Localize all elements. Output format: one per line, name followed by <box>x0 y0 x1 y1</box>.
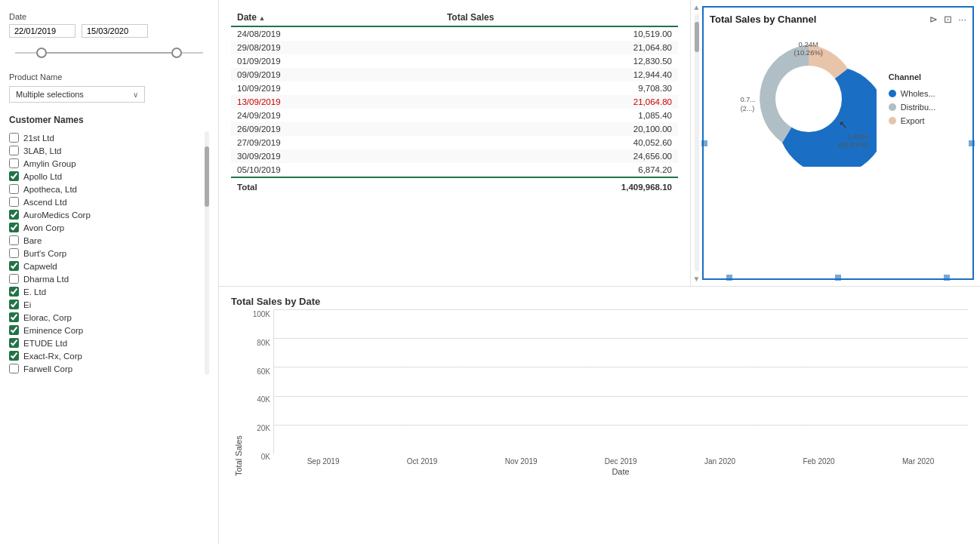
customer-name: Avon Corp <box>23 223 64 232</box>
resize-handle-bottom-left[interactable] <box>726 275 732 281</box>
product-dropdown[interactable]: Multiple selections ∨ <box>9 86 145 103</box>
filter-icon[interactable]: ⊳ <box>929 14 938 25</box>
cursor-indicator: ↖ <box>839 118 848 131</box>
list-item: 21st Ltd <box>9 131 202 144</box>
customer-checkbox[interactable] <box>9 364 19 373</box>
chevron-down-icon: ∨ <box>133 91 138 99</box>
bars-row <box>274 310 968 454</box>
table-cell-date: 13/09/2019 <box>231 95 441 109</box>
table-cell-date: 30/09/2019 <box>231 149 441 163</box>
date-filter-section: Date <box>9 12 209 63</box>
legend-label-wholesale: Wholes... <box>901 89 935 98</box>
sidebar-scrollbar[interactable] <box>205 131 209 375</box>
customer-scrollable-area: 21st Ltd3LAB, LtdAmylin GroupApollo LtdA… <box>9 131 209 375</box>
list-item: Dharma Ltd <box>9 272 202 285</box>
table-row: 13/09/201921,064.80 <box>231 95 678 109</box>
col-sales-header[interactable]: Total Sales <box>441 9 678 26</box>
customer-checkbox[interactable] <box>9 184 19 194</box>
resize-handle-left-mid[interactable] <box>701 140 707 146</box>
list-item: Bare <box>9 234 202 247</box>
customer-checkbox[interactable] <box>9 338 19 348</box>
table-cell-date: 24/09/2019 <box>231 109 441 122</box>
customer-name: Farwell Corp <box>23 364 72 373</box>
x-axis-label: Sep 2019 <box>307 457 340 466</box>
customer-name: Exact-Rx, Corp <box>23 352 82 361</box>
list-item: Ei <box>9 298 202 311</box>
customer-checkbox[interactable] <box>9 312 19 322</box>
list-item: Apollo Ltd <box>9 170 202 183</box>
customer-name: Elorac, Corp <box>23 313 72 322</box>
legend-item-wholesale: Wholes... <box>889 89 935 98</box>
customer-checkbox[interactable] <box>9 248 19 258</box>
customer-checkbox[interactable] <box>9 300 19 309</box>
table-row: 24/08/201910,519.00 <box>231 26 678 41</box>
slider-thumb-right[interactable] <box>171 48 182 58</box>
list-item: Farwell Corp <box>9 362 202 375</box>
customer-checkbox[interactable] <box>9 351 19 361</box>
customer-checkbox[interactable] <box>9 158 19 168</box>
table-cell-sales: 40,052.60 <box>441 136 678 149</box>
table-row: 09/09/201912,944.40 <box>231 68 678 81</box>
customer-checkbox[interactable] <box>9 133 19 143</box>
scroll-down-icon[interactable]: ▼ <box>693 275 701 283</box>
main-container: Date Product Name Multiple selections ∨ … <box>0 0 980 544</box>
customer-checkbox[interactable] <box>9 274 19 284</box>
y-axis-title: Total Sales <box>231 310 243 476</box>
table-cell-sales: 21,064.80 <box>441 41 678 54</box>
resize-handle-bottom-right[interactable] <box>944 275 950 281</box>
customer-name: E. Ltd <box>23 287 46 297</box>
list-item: AuroMedics Corp <box>9 208 202 221</box>
customer-checkbox[interactable] <box>9 223 19 232</box>
customer-checkbox[interactable] <box>9 287 19 297</box>
col-date-header[interactable]: Date <box>231 9 441 26</box>
customer-checkbox[interactable] <box>9 197 19 207</box>
table-cell-sales: 12,944.40 <box>441 68 678 81</box>
customer-checkbox[interactable] <box>9 146 19 155</box>
customer-filter-section: Customer Names 21st Ltd3LAB, LtdAmylin G… <box>9 115 209 375</box>
resize-handle-right-mid[interactable] <box>969 140 975 146</box>
slider-thumb-left[interactable] <box>36 48 47 58</box>
customer-checkbox[interactable] <box>9 235 19 245</box>
list-item: Elorac, Corp <box>9 311 202 324</box>
legend-dot-wholesale <box>889 90 896 97</box>
list-item: E. Ltd <box>9 285 202 298</box>
customer-checkbox[interactable] <box>9 261 19 271</box>
donut-label-left: 0.7...(2...) <box>741 96 756 113</box>
customer-checkbox[interactable] <box>9 325 19 335</box>
table-row: 30/09/201924,656.00 <box>231 149 678 163</box>
product-filter-section: Product Name Multiple selections ∨ <box>9 72 209 103</box>
x-axis-label: Mar 2020 <box>902 457 934 466</box>
table-row: 29/08/201921,064.80 <box>231 41 678 54</box>
resize-handle-bottom-mid[interactable] <box>835 275 841 281</box>
slider-active-range <box>39 52 179 54</box>
total-value: 1,409,968.10 <box>441 177 678 194</box>
list-item: 3LAB, Ltd <box>9 144 202 157</box>
table-row: 27/09/201940,052.60 <box>231 136 678 149</box>
bar-chart-title: Total Sales by Date <box>231 296 968 307</box>
date-slider[interactable] <box>9 42 209 63</box>
donut-label-bottom: 1.41M(59.81%) <box>838 132 868 149</box>
table-scrollbar[interactable]: ▲ ▼ <box>690 0 702 286</box>
y-axis-label: 80K <box>257 339 270 347</box>
donut-wrapper: 0.24M(10.26%) 0.7...(2...) 1.41M(59.81%)… <box>741 31 877 167</box>
more-icon[interactable]: ··· <box>958 14 966 25</box>
table-cell-date: 24/08/2019 <box>231 26 441 41</box>
customer-checkbox[interactable] <box>9 171 19 181</box>
y-axis: 0K20K40K60K80K100K <box>243 310 273 476</box>
expand-icon[interactable]: ⊡ <box>944 14 952 25</box>
y-axis-label: 60K <box>257 367 270 376</box>
list-item: Amylin Group <box>9 157 202 170</box>
table-row: 10/09/20199,708.30 <box>231 81 678 95</box>
date-to-input[interactable] <box>82 24 148 38</box>
x-axis: Sep 2019Oct 2019Nov 2019Dec 2019Jan 2020… <box>273 454 968 466</box>
total-label: Total <box>231 177 441 194</box>
customer-name: Capweld <box>23 262 57 271</box>
customer-checkbox[interactable] <box>9 210 19 220</box>
legend-label-distributor: Distribu... <box>901 103 935 112</box>
date-from-input[interactable] <box>9 24 76 38</box>
scroll-up-icon[interactable]: ▲ <box>693 3 701 11</box>
chart-icon-group: ⊳ ⊡ ··· <box>929 14 966 25</box>
table-cell-date: 09/09/2019 <box>231 68 441 81</box>
legend-item-distributor: Distribu... <box>889 103 935 112</box>
table-cell-sales: 6,874.20 <box>441 163 678 177</box>
